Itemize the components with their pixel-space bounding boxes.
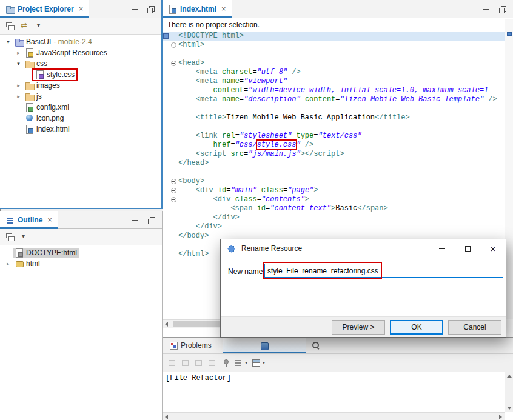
maximize-icon[interactable] — [498, 5, 506, 13]
expand-open-icon[interactable]: ▾ — [4, 39, 13, 45]
dialog-maximize-button[interactable] — [455, 239, 480, 258]
link-with-editor-icon[interactable] — [21, 22, 30, 30]
code-line: <html> — [163, 41, 505, 50]
code-line: <div id="main" class="page"> — [163, 186, 505, 195]
code-line-text: <meta name="viewport" — [178, 77, 287, 86]
scroll-down-icon[interactable] — [507, 407, 512, 410]
tree-item-css[interactable]: ▾css — [0, 58, 161, 69]
code-line: <script src="js/main.js"></script> — [163, 150, 505, 159]
preview-button[interactable]: Preview > — [332, 320, 385, 335]
console-vertical-scrollbar[interactable] — [505, 372, 513, 412]
tree-item-js[interactable]: ▸js — [0, 91, 161, 102]
code-line-text: <script src="js/main.js"></script> — [178, 150, 344, 159]
console-view[interactable]: [File Refactor] — [163, 372, 513, 420]
project-explorer-tab-label: Project Explorer — [18, 5, 74, 13]
code-line — [163, 168, 505, 177]
tree-item-javascript-resources[interactable]: ▸JavaScript Resources — [0, 47, 161, 58]
tree-item-html[interactable]: ▸html — [0, 258, 162, 269]
expand-open-icon[interactable]: ▾ — [14, 61, 23, 67]
rename-resource-dialog: Rename Resource × New name: Preview >OKC… — [220, 239, 506, 338]
dialog-titlebar[interactable]: Rename Resource × — [221, 239, 506, 258]
project-explorer-toolbar — [0, 18, 161, 35]
annotation-column — [163, 195, 170, 204]
display-selected-console-icon[interactable] — [234, 359, 243, 367]
expand-closed-icon[interactable]: ▸ — [14, 50, 23, 56]
tree-item-index-html[interactable]: index.html — [0, 124, 161, 135]
dialog-window-controls: × — [429, 239, 506, 258]
minimize-icon[interactable] — [132, 216, 139, 224]
expand-closed-icon[interactable]: ▸ — [14, 93, 23, 99]
html-file-icon — [168, 5, 177, 13]
maximize-icon — [465, 246, 471, 252]
close-icon[interactable]: × — [47, 215, 52, 224]
annotation-column — [163, 177, 170, 186]
dialog-close-button[interactable]: × — [480, 239, 506, 258]
tree-item-label: config.xml — [36, 103, 69, 112]
collapse-all-icon[interactable] — [5, 233, 15, 241]
tab-problems[interactable]: Problems — [163, 338, 218, 353]
project-explorer-tabbar: Project Explorer × — [0, 0, 161, 18]
code-line: <body> — [163, 177, 505, 186]
dropdown-chevron-icon[interactable]: ▾ — [245, 360, 247, 365]
ok-button[interactable]: OK — [390, 320, 443, 335]
scroll-left-icon[interactable] — [165, 322, 168, 327]
tree-item-icon-png[interactable]: icon.png — [0, 113, 161, 124]
code-line-text: <link rel="stylesheet" type="text/css" — [178, 132, 362, 141]
view-menu-chevron-icon[interactable] — [21, 233, 30, 241]
tree-item-doctype-html[interactable]: DOCTYPE:html — [0, 247, 162, 258]
outline-tabbar: Outline × — [0, 211, 162, 229]
scroll-up-icon[interactable] — [507, 375, 512, 378]
dropdown-chevron-icon[interactable]: ▾ — [263, 360, 265, 365]
image-file-icon — [25, 114, 34, 122]
tree-item-config-xml[interactable]: config.xml — [0, 102, 161, 113]
tab-search[interactable] — [306, 338, 326, 353]
scroll-left-icon[interactable] — [165, 415, 168, 419]
folder-icon — [25, 81, 34, 90]
code-line-text: content="width=device-width, initial-sca… — [178, 86, 488, 95]
collapse-fold-icon[interactable] — [171, 179, 176, 184]
fold-column — [170, 95, 178, 104]
tab-project-explorer[interactable]: Project Explorer × — [0, 0, 89, 18]
code-line: <span id="content-text">Basic</span> — [163, 204, 505, 213]
tab-index-html[interactable]: index.html × — [163, 0, 232, 18]
expand-closed-icon[interactable]: ▸ — [14, 82, 23, 88]
fold-column — [170, 250, 178, 259]
tree-item-basicui[interactable]: ▾BasicUI - mobile-2.4 — [0, 36, 161, 47]
collapse-fold-icon[interactable] — [171, 42, 176, 48]
view-menu-chevron-icon[interactable] — [36, 22, 45, 30]
maximize-icon[interactable] — [147, 216, 155, 224]
tab-outline[interactable]: Outline × — [0, 211, 58, 228]
collapse-fold-icon[interactable] — [171, 61, 176, 66]
minimize-icon[interactable] — [483, 5, 490, 13]
collapse-all-icon[interactable] — [5, 22, 15, 30]
fold-column — [170, 141, 178, 150]
annotation-column — [163, 150, 170, 159]
cancel-button[interactable]: Cancel — [448, 320, 501, 335]
tree-item-images[interactable]: ▸images — [0, 80, 161, 91]
outline-panel: Outline × DOCTYPE:html▸html — [0, 211, 163, 420]
fold-column — [170, 204, 178, 213]
console-horizontal-scrollbar[interactable] — [163, 412, 505, 420]
close-icon[interactable]: × — [79, 4, 84, 13]
tree-item-style-css[interactable]: style.css — [0, 69, 161, 80]
tab-active-view[interactable] — [223, 338, 306, 353]
tree-item-label: html — [26, 259, 40, 268]
scroll-right-icon[interactable] — [499, 415, 502, 419]
dialog-minimize-button[interactable] — [429, 239, 455, 258]
fold-column — [170, 41, 178, 50]
collapse-fold-icon[interactable] — [171, 188, 176, 193]
editor-tabbar: index.html × — [163, 0, 513, 18]
collapse-fold-icon[interactable] — [171, 197, 176, 202]
fold-column — [170, 186, 178, 195]
rename-resource-icon — [227, 244, 236, 253]
annotation-column — [163, 113, 170, 122]
open-console-icon[interactable] — [252, 359, 261, 367]
expand-closed-icon[interactable]: ▸ — [4, 261, 13, 267]
outline-icon — [5, 216, 15, 224]
code-line-text: <meta charset="utf-8" /> — [178, 68, 301, 77]
new-name-input[interactable] — [264, 264, 503, 278]
minimize-icon[interactable] — [131, 5, 138, 13]
pin-console-icon[interactable] — [221, 359, 230, 367]
close-icon[interactable]: × — [221, 4, 226, 13]
maximize-icon[interactable] — [147, 5, 154, 13]
